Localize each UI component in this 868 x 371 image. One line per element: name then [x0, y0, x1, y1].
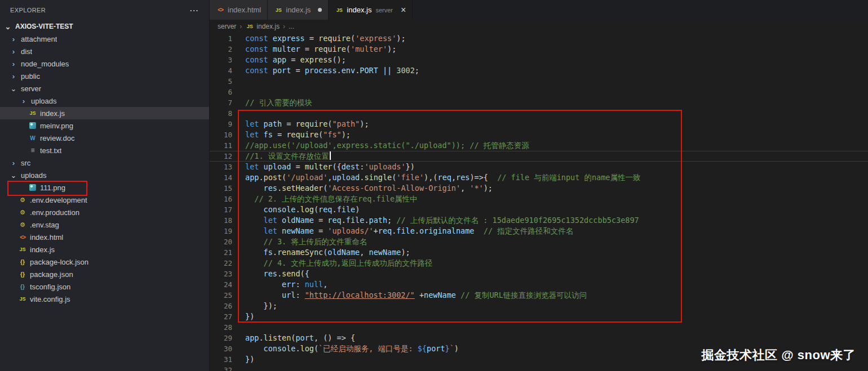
tree-item-111.png[interactable]: 111.png	[0, 181, 209, 194]
chevron-right-icon: ›	[9, 159, 18, 167]
tree-item-index.html[interactable]: <>index.html	[0, 231, 209, 243]
editor-area: <>index.htmlJSindex.jsJSindex.jsserver× …	[210, 0, 868, 371]
line-number: 9	[210, 119, 232, 129]
chevron-right-icon: ›	[19, 97, 28, 105]
html-file-icon: <>	[216, 6, 224, 15]
line-number: 14	[210, 172, 232, 183]
tree-item-src[interactable]: ›src	[0, 157, 209, 169]
code-line-16[interactable]: 16 // 2. 上传的文件信息保存在req.file属性中	[210, 194, 868, 204]
image-file-icon	[29, 122, 36, 129]
tree-item-uploads[interactable]: ⌄uploads	[0, 169, 209, 181]
tree-item-uploads[interactable]: ›uploads	[0, 95, 209, 107]
tree-item-.env.development[interactable]: ⚙.env.development	[0, 194, 209, 206]
watermark: 掘金技术社区 @ snow来了	[702, 347, 856, 364]
code-line-content: err: null,	[232, 279, 327, 290]
tree-root-label: AXIOS-VITE-TEST	[15, 23, 73, 30]
breadcrumb-item-...[interactable]: ...	[289, 23, 294, 30]
explorer-sidebar: EXPLORER ⋯ ⌄ AXIOS-VITE-TEST ›attachment…	[0, 0, 210, 371]
code-line-11[interactable]: 11//app.use('/upload',express.static("./…	[210, 140, 868, 151]
tree-item-label: index.js	[40, 109, 65, 118]
tab-index.js[interactable]: JSindex.js	[268, 0, 329, 20]
tree-item-vite.config.js[interactable]: JSvite.config.js	[0, 293, 209, 305]
tree-item-index.js[interactable]: JSindex.js	[0, 243, 209, 256]
code-line-21[interactable]: 21 fs.renameSync(oldName, newName);	[210, 247, 868, 258]
chevron-down-icon: ⌄	[9, 84, 18, 93]
tree-item-attachment[interactable]: ›attachment	[0, 33, 209, 45]
code-line-29[interactable]: 29app.listen(port, () => {	[210, 333, 868, 343]
tree-item-.env.stag[interactable]: ⚙.env.stag	[0, 218, 209, 231]
tab-index.html[interactable]: <>index.html	[210, 0, 268, 20]
tree-item-server[interactable]: ⌄server	[0, 82, 209, 95]
explorer-header: EXPLORER ⋯	[0, 0, 209, 20]
tree-item-package-lock.json[interactable]: {}package-lock.json	[0, 256, 209, 268]
line-number: 13	[210, 162, 232, 172]
tree-item-label: src	[21, 159, 30, 167]
line-number: 15	[210, 183, 232, 194]
code-line-9[interactable]: 9let path = require("path");	[210, 119, 868, 129]
code-line-1[interactable]: 1const express = require('express');	[210, 33, 868, 44]
tree-item-label: 111.png	[40, 184, 65, 192]
code-line-15[interactable]: 15 res.setHeader('Access-Control-Allow-O…	[210, 183, 868, 194]
tree-item-review.doc[interactable]: Wreview.doc	[0, 132, 209, 144]
tab-label: index.js	[286, 6, 311, 14]
line-number: 6	[210, 87, 232, 97]
more-actions-icon[interactable]: ⋯	[189, 5, 199, 16]
code-line-28[interactable]: 28	[210, 322, 868, 333]
code-line-3[interactable]: 3const app = express();	[210, 55, 868, 65]
breadcrumb-label: ...	[289, 23, 294, 30]
tree-item-dist[interactable]: ›dist	[0, 45, 209, 57]
code-line-content: console.log(`已经启动服务, 端口号是: ${port}`)	[232, 343, 459, 354]
code-line-20[interactable]: 20 // 3. 将上传后的文件重命名	[210, 236, 868, 247]
code-line-5[interactable]: 5	[210, 76, 868, 87]
code-line-32[interactable]: 32	[210, 365, 868, 371]
close-icon[interactable]: ×	[401, 6, 406, 15]
code-line-26[interactable]: 26 });	[210, 301, 868, 311]
code-line-content: // 2. 上传的文件信息保存在req.file属性中	[232, 194, 418, 204]
tree-item-public[interactable]: ›public	[0, 70, 209, 82]
code-line-27[interactable]: 27})	[210, 311, 868, 322]
code-line-7[interactable]: 7// 引入需要的模块	[210, 97, 868, 108]
tree-item-test.txt[interactable]: ≡test.txt	[0, 144, 209, 157]
code-line-19[interactable]: 19 let newName = 'uploads/'+req.file.ori…	[210, 226, 868, 236]
code-line-8[interactable]: 8	[210, 108, 868, 119]
tree-root[interactable]: ⌄ AXIOS-VITE-TEST	[0, 20, 209, 33]
code-line-content: const port = process.env.PORT || 3002;	[232, 65, 419, 76]
line-number: 32	[210, 365, 232, 371]
code-line-content: let newName = 'uploads/'+req.file.origin…	[232, 226, 573, 236]
breadcrumb-item-index.js[interactable]: JSindex.js	[245, 22, 280, 31]
tree-item-tsconfig.json[interactable]: {}tsconfig.json	[0, 280, 209, 293]
json-file-icon: {}	[18, 270, 27, 279]
line-number: 8	[210, 108, 232, 119]
line-number: 17	[210, 204, 232, 215]
code-line-14[interactable]: 14app.post('/upload',upload.single('file…	[210, 172, 868, 183]
line-number: 24	[210, 279, 232, 290]
code-line-10[interactable]: 10let fs = require("fs");	[210, 129, 868, 140]
code-line-content	[232, 87, 245, 97]
js-file-icon: JS	[28, 109, 37, 118]
tree-item-index.js[interactable]: JSindex.js	[0, 107, 209, 119]
code-line-12[interactable]: 12//1. 设置文件存放位置	[210, 151, 868, 162]
tree-item-package.json[interactable]: {}package.json	[0, 268, 209, 280]
doc-file-icon: W	[28, 133, 37, 142]
code-line-25[interactable]: 25 url: "http://localhost:3002/" +newNam…	[210, 290, 868, 301]
code-line-content: res.send({	[232, 269, 309, 279]
code-line-content: const express = require('express');	[232, 33, 406, 44]
code-editor[interactable]: 1const express = require('express');2con…	[210, 33, 868, 371]
code-line-17[interactable]: 17 console.log(req.file)	[210, 204, 868, 215]
code-line-13[interactable]: 13let upload = multer({dest:'uploads'})	[210, 162, 868, 172]
tree-item-label: tsconfig.json	[30, 283, 70, 291]
code-line-6[interactable]: 6	[210, 87, 868, 97]
tree-item-node_modules[interactable]: ›node_modules	[0, 57, 209, 70]
code-line-24[interactable]: 24 err: null,	[210, 279, 868, 290]
code-line-2[interactable]: 2const multer = require('multer');	[210, 44, 868, 55]
tree-item-.env.production[interactable]: ⚙.env.production	[0, 206, 209, 218]
line-number: 29	[210, 333, 232, 343]
tab-index.js[interactable]: JSindex.jsserver×	[329, 0, 413, 20]
code-line-4[interactable]: 4const port = process.env.PORT || 3002;	[210, 65, 868, 76]
line-number: 21	[210, 247, 232, 258]
code-line-22[interactable]: 22 // 4. 文件上传成功,返回上传成功后的文件路径	[210, 258, 868, 269]
tree-item-meinv.png[interactable]: meinv.png	[0, 119, 209, 132]
code-line-18[interactable]: 18 let oldName = req.file.path; // 上传后默认…	[210, 215, 868, 226]
code-line-23[interactable]: 23 res.send({	[210, 269, 868, 279]
breadcrumb-item-server[interactable]: server	[218, 23, 236, 30]
